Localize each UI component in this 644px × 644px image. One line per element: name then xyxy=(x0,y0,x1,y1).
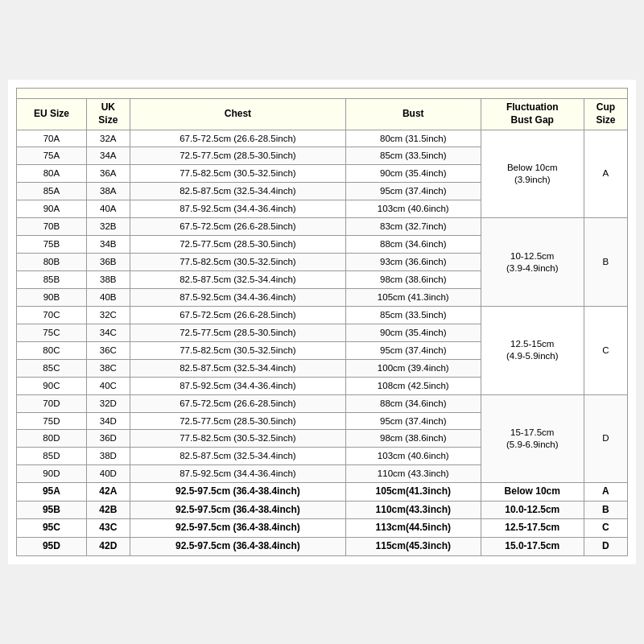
chest-cell: 72.5-77.5cm (28.5-30.5inch) xyxy=(130,324,345,341)
table-row: 95D42D92.5-97.5cm (36.4-38.4inch)115cm(4… xyxy=(17,538,628,556)
fluctuation-cell: 10-12.5cm (3.9-4.9inch) xyxy=(481,218,584,307)
bust-cell: 95cm (37.4inch) xyxy=(345,183,481,200)
table-row: 70A32A67.5-72.5cm (26.6-28.5inch)80cm (3… xyxy=(17,130,628,147)
chest-cell: 67.5-72.5cm (26.6-28.5inch) xyxy=(130,306,345,324)
fluctuation-cell: Below 10cm xyxy=(481,483,584,502)
eu-size-cell: 75A xyxy=(17,147,87,165)
eu-size-cell: 90D xyxy=(17,465,87,483)
table-row: 70B32B67.5-72.5cm (26.6-28.5inch)83cm (3… xyxy=(17,218,628,236)
eu-size-cell: 70C xyxy=(17,306,87,324)
chest-cell: 67.5-72.5cm (26.6-28.5inch) xyxy=(130,218,345,236)
table-title xyxy=(17,89,628,99)
uk-size-cell: 42D xyxy=(86,538,130,556)
uk-size-cell: 32A xyxy=(86,130,130,147)
eu-size-cell: 85B xyxy=(17,271,87,289)
cup-size-cell: D xyxy=(584,394,627,483)
eu-size-cell: 90C xyxy=(17,377,87,394)
fluctuation-cell: Below 10cm (3.9inch) xyxy=(481,130,584,218)
uk-size-cell: 38D xyxy=(86,448,130,465)
bust-cell: 90cm (35.4inch) xyxy=(345,324,481,341)
chest-cell: 87.5-92.5cm (34.4-36.4inch) xyxy=(130,465,345,483)
uk-size-cell: 42A xyxy=(86,483,130,502)
uk-size-cell: 40C xyxy=(86,377,130,394)
bust-cell: 85cm (33.5inch) xyxy=(345,306,481,324)
bust-cell: 110cm (43.3inch) xyxy=(345,465,481,483)
bust-cell: 95cm (37.4inch) xyxy=(345,341,481,359)
chest-cell: 87.5-92.5cm (34.4-36.4inch) xyxy=(130,377,345,394)
uk-size-cell: 36C xyxy=(86,341,130,359)
chest-cell: 92.5-97.5cm (36.4-38.4inch) xyxy=(130,538,345,556)
col-cup: CupSize xyxy=(584,99,627,130)
chest-cell: 87.5-92.5cm (34.4-36.4inch) xyxy=(130,200,345,218)
eu-size-cell: 80B xyxy=(17,254,87,271)
uk-size-cell: 40A xyxy=(86,200,130,218)
bust-cell: 90cm (35.4inch) xyxy=(345,165,481,183)
bra-size-table: EU Size UKSize Chest Bust FluctuationBus… xyxy=(16,88,628,555)
eu-size-cell: 90B xyxy=(17,288,87,306)
bust-cell: 105cm(41.3inch) xyxy=(345,483,481,502)
eu-size-cell: 80D xyxy=(17,430,87,448)
col-fluctuation: FluctuationBust Gap xyxy=(481,99,584,130)
uk-size-cell: 38B xyxy=(86,271,130,289)
col-uk: UKSize xyxy=(86,99,130,130)
eu-size-cell: 85A xyxy=(17,183,87,200)
uk-size-cell: 40D xyxy=(86,465,130,483)
chest-cell: 77.5-82.5cm (30.5-32.5inch) xyxy=(130,254,345,271)
chest-cell: 67.5-72.5cm (26.6-28.5inch) xyxy=(130,130,345,147)
fluctuation-cell: 12.5-17.5cm xyxy=(481,519,584,538)
chest-cell: 82.5-87.5cm (32.5-34.4inch) xyxy=(130,448,345,465)
uk-size-cell: 34A xyxy=(86,147,130,165)
eu-size-cell: 70B xyxy=(17,218,87,236)
cup-size-cell: C xyxy=(584,306,627,394)
eu-size-cell: 85D xyxy=(17,448,87,465)
bust-cell: 83cm (32.7inch) xyxy=(345,218,481,236)
eu-size-cell: 75C xyxy=(17,324,87,341)
fluctuation-cell: 10.0-12.5cm xyxy=(481,501,584,519)
chest-cell: 77.5-82.5cm (30.5-32.5inch) xyxy=(130,165,345,183)
bust-cell: 98cm (38.6inch) xyxy=(345,271,481,289)
table-row: 70C32C67.5-72.5cm (26.6-28.5inch)85cm (3… xyxy=(17,306,628,324)
eu-size-cell: 75B xyxy=(17,236,87,254)
uk-size-cell: 34B xyxy=(86,236,130,254)
bust-cell: 85cm (33.5inch) xyxy=(345,147,481,165)
chest-cell: 92.5-97.5cm (36.4-38.4inch) xyxy=(130,483,345,502)
eu-size-cell: 95A xyxy=(17,483,87,502)
uk-size-cell: 36D xyxy=(86,430,130,448)
bust-cell: 113cm(44.5inch) xyxy=(345,519,481,538)
bust-cell: 100cm (39.4inch) xyxy=(345,359,481,377)
bust-cell: 115cm(45.3inch) xyxy=(345,538,481,556)
fluctuation-cell: 15.0-17.5cm xyxy=(481,538,584,556)
cup-size-cell: C xyxy=(584,519,627,538)
chest-cell: 92.5-97.5cm (36.4-38.4inch) xyxy=(130,519,345,538)
eu-size-cell: 70D xyxy=(17,394,87,412)
eu-size-cell: 95C xyxy=(17,519,87,538)
fluctuation-cell: 12.5-15cm (4.9-5.9inch) xyxy=(481,306,584,394)
uk-size-cell: 38A xyxy=(86,183,130,200)
cup-size-cell: A xyxy=(584,130,627,218)
chest-cell: 77.5-82.5cm (30.5-32.5inch) xyxy=(130,430,345,448)
bust-cell: 110cm(43.3inch) xyxy=(345,501,481,519)
bust-cell: 80cm (31.5inch) xyxy=(345,130,481,147)
eu-size-cell: 95B xyxy=(17,501,87,519)
col-chest: Chest xyxy=(130,99,345,130)
chest-cell: 77.5-82.5cm (30.5-32.5inch) xyxy=(130,341,345,359)
eu-size-cell: 90A xyxy=(17,200,87,218)
cup-size-cell: D xyxy=(584,538,627,556)
eu-size-cell: 75D xyxy=(17,412,87,430)
chest-cell: 72.5-77.5cm (28.5-30.5inch) xyxy=(130,412,345,430)
chest-cell: 82.5-87.5cm (32.5-34.4inch) xyxy=(130,271,345,289)
uk-size-cell: 36A xyxy=(86,165,130,183)
eu-size-cell: 95D xyxy=(17,538,87,556)
eu-size-cell: 80A xyxy=(17,165,87,183)
eu-size-cell: 85C xyxy=(17,359,87,377)
cup-size-cell: B xyxy=(584,501,627,519)
chest-cell: 67.5-72.5cm (26.6-28.5inch) xyxy=(130,394,345,412)
bust-cell: 105cm (41.3inch) xyxy=(345,288,481,306)
uk-size-cell: 34D xyxy=(86,412,130,430)
chest-cell: 82.5-87.5cm (32.5-34.4inch) xyxy=(130,359,345,377)
bust-cell: 103cm (40.6inch) xyxy=(345,448,481,465)
table-container: EU Size UKSize Chest Bust FluctuationBus… xyxy=(8,80,636,564)
chest-cell: 87.5-92.5cm (34.4-36.4inch) xyxy=(130,288,345,306)
uk-size-cell: 32D xyxy=(86,394,130,412)
uk-size-cell: 34C xyxy=(86,324,130,341)
